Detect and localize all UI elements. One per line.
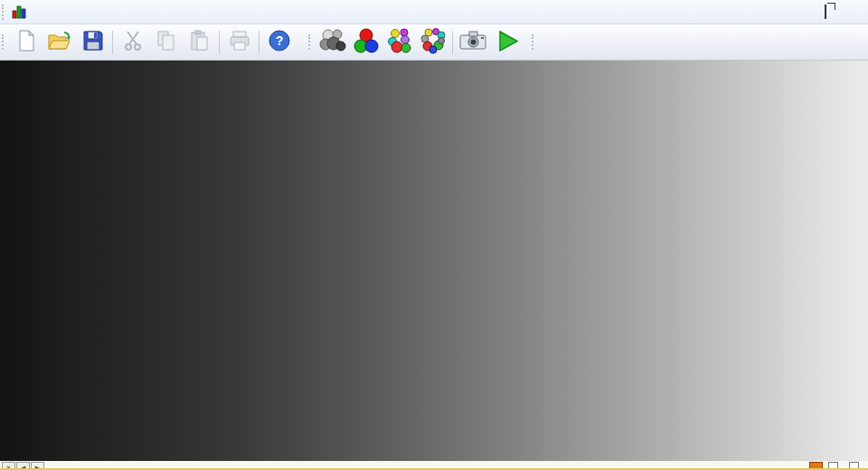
save-button[interactable]: [76, 28, 109, 57]
measure-primaries-button[interactable]: [349, 28, 382, 57]
gray-spheres-icon: [319, 27, 346, 58]
measure-all-colors-button[interactable]: [416, 28, 449, 57]
copy-button[interactable]: [149, 28, 183, 57]
measure-grayscale-button[interactable]: [316, 28, 349, 57]
adjust-xyz-checkbox[interactable]: [828, 462, 838, 470]
run-measures-button[interactable]: [489, 28, 523, 57]
camera-icon: [458, 27, 487, 58]
rgb-spheres-icon: [353, 27, 380, 58]
tab-bar-right-controls: [809, 462, 864, 470]
toolbar-separator: [219, 31, 220, 54]
svg-text:?: ?: [275, 33, 283, 48]
tab-bar: ✕ ◀ ▶: [0, 461, 868, 470]
open-file-button[interactable]: [42, 28, 76, 57]
tab-scroll-buttons: ✕ ◀ ▶: [2, 462, 44, 470]
toolbar-gripper: [2, 5, 6, 20]
color-swatch-icon: [809, 462, 823, 470]
toolbar-gripper: [308, 34, 313, 50]
toolbar-gripper: [532, 34, 536, 50]
all-spheres-icon: [420, 27, 447, 58]
tab-close-button[interactable]: ✕: [2, 462, 15, 470]
tab-scroll-right-button[interactable]: ▶: [31, 462, 44, 470]
save-icon: [81, 29, 105, 56]
print-button[interactable]: [222, 28, 256, 57]
toolbar-separator: [259, 31, 259, 54]
toolbar-separator: [452, 31, 453, 54]
open-folder-icon: [47, 29, 72, 56]
copy-icon: [155, 29, 178, 56]
tab-scroll-left-button[interactable]: ◀: [16, 462, 30, 470]
cut-button[interactable]: [116, 28, 149, 57]
app-icon: [11, 4, 27, 20]
capture-button[interactable]: [456, 28, 489, 57]
new-file-icon: [14, 29, 38, 56]
help-icon: ?: [268, 29, 291, 56]
paste-button[interactable]: [183, 28, 216, 57]
toolbar-gripper: [2, 34, 6, 50]
gamma-chart: [0, 61, 868, 461]
restore-icon: [825, 5, 826, 19]
play-icon: [493, 27, 520, 58]
paste-icon: [188, 29, 212, 56]
printer-icon: [228, 29, 251, 56]
gamma-plot: [0, 61, 868, 461]
toolbar: ?: [0, 24, 868, 61]
menu-bar: [0, 0, 868, 24]
reference-checkbox[interactable]: [849, 462, 859, 470]
help-button[interactable]: ?: [262, 28, 296, 57]
measure-secondaries-button[interactable]: [382, 28, 416, 57]
new-file-button[interactable]: [9, 28, 42, 57]
toolbar-separator: [112, 31, 113, 54]
secondary-spheres-icon: [386, 27, 413, 58]
window-controls: [794, 6, 857, 17]
restore-button[interactable]: [819, 6, 832, 17]
scissors-icon: [122, 29, 144, 56]
